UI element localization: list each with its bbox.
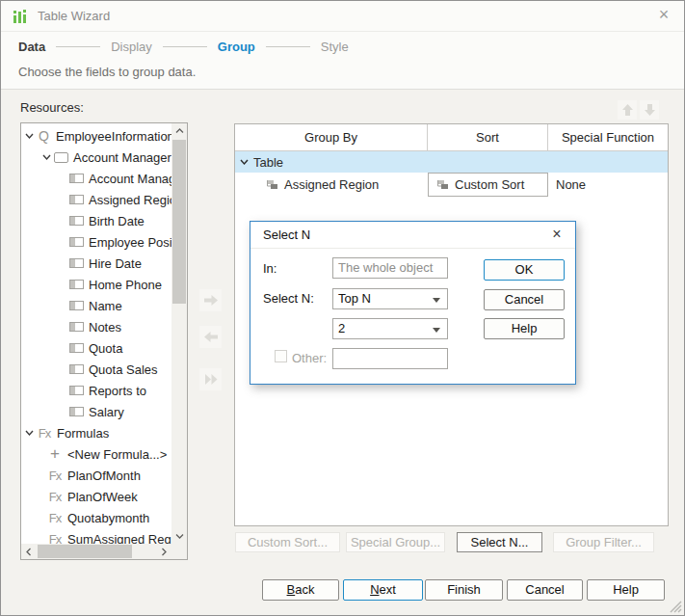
- table-wizard-window: Table Wizard × Data Display Group Style …: [0, 0, 685, 616]
- finish-button[interactable]: Finish: [425, 579, 503, 601]
- chevron-down-icon[interactable]: [25, 429, 37, 437]
- down-arrow-icon: [644, 103, 656, 117]
- step-display[interactable]: Display: [111, 40, 152, 54]
- dialog-close-icon[interactable]: ×: [544, 222, 569, 248]
- special-function-cell[interactable]: None: [548, 173, 668, 197]
- cancel-button[interactable]: Cancel: [484, 289, 565, 310]
- formula-icon: Fx: [47, 532, 63, 545]
- group-node-icon: [264, 179, 279, 191]
- tree-item-field[interactable]: Quota Sales: [21, 359, 171, 380]
- help-button[interactable]: Help: [484, 318, 565, 339]
- window-close-icon[interactable]: ×: [649, 1, 678, 31]
- scrollbar-thumb[interactable]: [172, 140, 186, 304]
- tree-item-field[interactable]: Assigned Region: [21, 189, 171, 210]
- tree-item-label: <New Formula...>: [67, 447, 167, 462]
- step-group[interactable]: Group: [218, 40, 255, 54]
- tree-item-field[interactable]: Home Phone: [21, 274, 171, 295]
- title-bar: Table Wizard ×: [1, 1, 684, 32]
- in-field[interactable]: The whole object: [332, 257, 448, 279]
- tree-item-field[interactable]: Quota: [21, 337, 171, 359]
- select-n-type-dropdown[interactable]: Top N: [332, 288, 448, 309]
- custom-sort-icon: [435, 179, 450, 191]
- next-button[interactable]: Next: [343, 579, 423, 601]
- cancel-button[interactable]: Cancel: [507, 579, 583, 601]
- tree-item-field[interactable]: Salary: [21, 401, 171, 422]
- tree-item-label: Quotabymonth: [67, 511, 149, 525]
- table-row[interactable]: Assigned Region Custom Sort None: [235, 173, 668, 197]
- formula-icon: Fx: [47, 490, 63, 504]
- special-group-button[interactable]: Special Group...: [346, 532, 445, 552]
- dialog-title: Select N: [263, 222, 310, 248]
- move-down-button[interactable]: [640, 100, 659, 120]
- select-n-label: Select N:: [263, 288, 314, 309]
- tree-item-field[interactable]: Notes: [21, 316, 171, 337]
- add-all-fields-button[interactable]: [199, 368, 222, 390]
- resize-grip[interactable]: [670, 601, 682, 613]
- back-button[interactable]: Back: [262, 579, 339, 601]
- left-arrow-icon: [203, 331, 219, 343]
- chevron-down-icon[interactable]: [42, 153, 54, 161]
- up-arrow-icon: [621, 103, 634, 117]
- tree-item-formula[interactable]: Fx PlanOfWeek: [21, 486, 171, 507]
- tree-item-field[interactable]: Employee Position: [21, 231, 171, 253]
- tree-vertical-scrollbar[interactable]: [171, 123, 187, 544]
- scroll-right-icon[interactable]: [156, 544, 171, 559]
- other-field[interactable]: [332, 348, 448, 369]
- tree-item-field[interactable]: Account Managers I: [21, 168, 171, 189]
- field-icon: [69, 386, 84, 395]
- wizard-steps: Data Display Group Style: [18, 40, 349, 54]
- tree-item-field[interactable]: Reports to: [21, 380, 171, 401]
- scroll-left-icon[interactable]: [21, 544, 37, 559]
- tree-item-query[interactable]: Q EmployeeInformation: [21, 125, 171, 147]
- column-header-special-function: Special Function: [548, 124, 668, 150]
- ok-button[interactable]: OK: [484, 259, 565, 281]
- tree-item-new-formula[interactable]: + <New Formula...>: [21, 443, 171, 465]
- column-header-sort: Sort: [428, 124, 548, 150]
- move-up-button[interactable]: [618, 100, 637, 120]
- table-row[interactable]: Table: [235, 151, 668, 173]
- formula-icon: Fx: [37, 426, 52, 441]
- step-data[interactable]: Data: [18, 40, 45, 54]
- tree-item-label: Name: [89, 299, 122, 313]
- tree-item-label: Quota Sales: [89, 362, 158, 377]
- field-icon: [69, 407, 84, 416]
- step-style[interactable]: Style: [321, 40, 349, 54]
- tree-item-label: Account Managers I: [89, 172, 171, 186]
- scroll-up-icon[interactable]: [171, 123, 187, 139]
- other-checkbox[interactable]: [275, 350, 287, 362]
- tree-item-formula[interactable]: Fx Quotabymonth: [21, 507, 171, 528]
- tree-item-field[interactable]: Hire Date: [21, 253, 171, 274]
- dialog-title-bar: Select N ×: [250, 222, 575, 249]
- sort-value: Custom Sort: [455, 177, 524, 192]
- chevron-down-icon[interactable]: [240, 158, 251, 166]
- chevron-down-icon[interactable]: [25, 132, 37, 140]
- tree-item-label: SumAssigned Region: [67, 532, 171, 545]
- special-function-value: None: [556, 177, 586, 192]
- select-n-button[interactable]: Select N...: [457, 532, 542, 552]
- n-value-dropdown[interactable]: 2: [332, 318, 448, 339]
- tree-item-formulas[interactable]: Fx Formulas: [21, 422, 171, 443]
- select-n-dialog: Select N × In: The whole object Select N…: [250, 221, 576, 385]
- resources-tree: Q EmployeeInformation Account Managers A…: [20, 122, 188, 560]
- scrollbar-thumb[interactable]: [38, 545, 132, 558]
- sort-cell[interactable]: Custom Sort: [428, 173, 548, 197]
- tree-item-formula[interactable]: Fx PlanOfMonth: [21, 465, 171, 486]
- tree-item-label: Home Phone: [89, 278, 162, 292]
- tree-item-formula[interactable]: Fx SumAssigned Region: [21, 528, 171, 544]
- remove-field-button[interactable]: [199, 326, 222, 348]
- custom-sort-button[interactable]: Custom Sort...: [235, 532, 340, 552]
- group-filter-button[interactable]: Group Filter...: [553, 532, 654, 552]
- field-icon: [69, 364, 84, 374]
- tree-item-field[interactable]: Birth Date: [21, 210, 171, 231]
- tree-item-field[interactable]: Name: [21, 295, 171, 316]
- field-icon: [69, 195, 84, 204]
- tree-item-label: PlanOfMonth: [67, 469, 141, 483]
- step-connector: [163, 46, 207, 47]
- tree-item-label: Hire Date: [89, 256, 142, 271]
- scroll-down-icon[interactable]: [171, 528, 187, 544]
- tree-item-table[interactable]: Account Managers: [21, 147, 171, 168]
- field-icon: [69, 174, 84, 183]
- tree-horizontal-scrollbar[interactable]: [21, 544, 171, 559]
- help-button[interactable]: Help: [587, 579, 665, 601]
- add-field-button[interactable]: [199, 289, 222, 311]
